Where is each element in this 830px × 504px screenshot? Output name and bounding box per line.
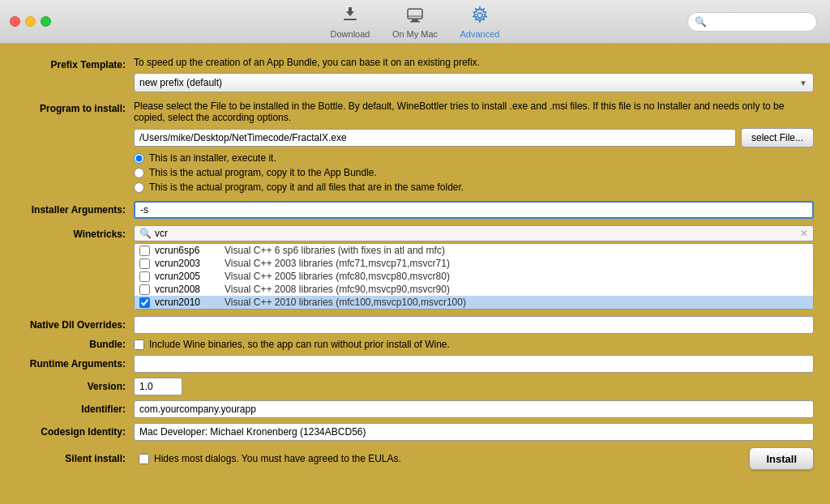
identifier-label: Identifier: [16, 404, 134, 415]
onmymac-icon [404, 4, 426, 27]
identifier-input[interactable] [134, 400, 814, 418]
runtime-args-label: Runtime Arguments: [16, 358, 134, 369]
search-input[interactable] [710, 16, 810, 28]
radio-copy[interactable]: This is the actual program, copy it to t… [134, 167, 814, 178]
program-install-row: Program to install: Please select the Fi… [16, 100, 814, 193]
identifier-row: Identifier: [16, 400, 814, 418]
traffic-lights [0, 16, 51, 27]
toolbar-tabs: Download On My Mac Advanced [318, 0, 512, 44]
bundle-checkbox-label[interactable]: Include Wine binaries, so the app can ru… [134, 339, 450, 350]
main-content: Prefix Template: To speed up the creatio… [0, 44, 830, 478]
prefix-template-label: Prefix Template: [16, 57, 134, 70]
version-row: Version: [16, 378, 814, 395]
svg-marker-1 [346, 7, 354, 16]
version-input[interactable] [134, 378, 182, 395]
winetricks-checkbox-vcrun2008[interactable] [139, 284, 150, 295]
winetricks-checkbox-vcrun2003[interactable] [139, 258, 150, 269]
version-label: Version: [16, 381, 134, 392]
tab-onmymac-label: On My Mac [392, 29, 438, 39]
program-install-content: Please select the File to be installed i… [134, 100, 814, 193]
silent-install-checkbox-label[interactable]: Hides most dialogs. You must have agreed… [139, 453, 401, 464]
winetricks-section: Winetricks: 🔍 ✕ vcrun6sp6 Visual C++ 6 s… [16, 225, 814, 310]
svg-rect-0 [344, 19, 357, 20]
silent-install-row: Silent install: Hides most dialogs. You … [16, 447, 814, 470]
prefix-template-row: Prefix Template: To speed up the creatio… [16, 57, 814, 92]
list-item[interactable]: vcrun2010 Visual C++ 2010 libraries (mfc… [135, 296, 813, 309]
svg-rect-4 [410, 21, 420, 23]
radio-copy-label: This is the actual program, copy it to t… [149, 167, 377, 178]
radio-copy-folder-label: This is the actual program, copy it and … [149, 182, 464, 193]
installer-args-row: Installer Arguments: [16, 201, 814, 219]
prefix-template-select-wrapper: new prefix (default) ▼ [134, 73, 814, 92]
radio-copy-folder-input[interactable] [134, 182, 144, 193]
installer-args-input[interactable] [134, 201, 814, 219]
silent-install-label: Silent install: [16, 453, 134, 464]
codesign-label: Codesign Identity: [16, 426, 134, 438]
close-button[interactable] [10, 16, 20, 27]
winetricks-content: 🔍 ✕ vcrun6sp6 Visual C++ 6 sp6 libraries… [134, 225, 814, 310]
native-dll-row: Native Dll Overrides: [16, 316, 814, 334]
winetricks-checkbox-vcrun2005[interactable] [139, 271, 150, 282]
silent-install-checkbox[interactable] [139, 454, 149, 464]
file-path-input[interactable] [134, 129, 736, 147]
svg-rect-2 [408, 9, 422, 19]
svg-rect-3 [412, 19, 418, 21]
bundle-checkbox-text: Include Wine binaries, so the app can ru… [149, 339, 450, 350]
native-dll-label: Native Dll Overrides: [16, 319, 134, 331]
tab-download-label: Download [331, 29, 370, 39]
prefix-template-content: To speed up the creation of an App Bundl… [134, 57, 814, 92]
svg-point-6 [477, 13, 482, 18]
winetricks-checkbox-vcrun6sp6[interactable] [139, 246, 150, 256]
list-item[interactable]: vcrun2003 Visual C++ 2003 libraries (mfc… [135, 257, 813, 270]
tab-advanced[interactable]: Advanced [447, 0, 512, 44]
bundle-label: Bundle: [16, 339, 134, 350]
search-icon: 🔍 [695, 16, 707, 28]
native-dll-input[interactable] [134, 316, 814, 334]
select-file-button[interactable]: select File... [741, 128, 814, 147]
tab-download[interactable]: Download [318, 0, 383, 44]
list-item[interactable]: vcrun2008 Visual C++ 2008 libraries (mfc… [135, 283, 813, 296]
tab-advanced-label: Advanced [460, 29, 500, 39]
search-box[interactable]: 🔍 [687, 12, 817, 32]
minimize-button[interactable] [25, 16, 36, 27]
prefix-template-desc: To speed up the creation of an App Bundl… [134, 57, 814, 68]
silent-install-text: Hides most dialogs. You must have agreed… [154, 453, 401, 464]
radio-group: This is an installer, execute it. This i… [134, 152, 814, 193]
list-item[interactable]: vcrun6sp6 Visual C++ 6 sp6 libraries (wi… [135, 244, 813, 257]
file-row: select File... [134, 128, 814, 147]
advanced-icon [468, 4, 491, 27]
winetricks-search-clear-icon[interactable]: ✕ [800, 228, 808, 239]
bundle-row: Bundle: Include Wine binaries, so the ap… [16, 339, 814, 350]
list-item[interactable]: vcrun2005 Visual C++ 2005 libraries (mfc… [135, 270, 813, 283]
codesign-row: Codesign Identity: [16, 423, 814, 441]
radio-installer-input[interactable] [134, 153, 144, 164]
winetricks-search-bar[interactable]: 🔍 ✕ [134, 225, 814, 241]
titlebar: Download On My Mac Advanced [0, 0, 830, 44]
runtime-args-row: Runtime Arguments: [16, 355, 814, 373]
bundle-checkbox[interactable] [134, 340, 144, 350]
winetricks-label: Winetricks: [16, 225, 134, 240]
runtime-args-input[interactable] [134, 355, 814, 373]
prefix-template-select[interactable]: new prefix (default) [134, 73, 814, 92]
program-install-label: Program to install: [16, 100, 134, 114]
winetricks-search-icon: 🔍 [139, 228, 152, 239]
codesign-input[interactable] [134, 423, 814, 441]
winetricks-search-input[interactable] [155, 228, 797, 239]
install-button[interactable]: Install [749, 447, 814, 470]
radio-installer[interactable]: This is an installer, execute it. [134, 152, 814, 164]
winetricks-checkbox-vcrun2010[interactable] [139, 297, 150, 308]
program-install-desc: Please select the File to be installed i… [134, 100, 814, 123]
download-icon [339, 4, 362, 27]
radio-copy-input[interactable] [134, 168, 144, 178]
installer-args-label: Installer Arguments: [16, 204, 134, 216]
winetricks-list: vcrun6sp6 Visual C++ 6 sp6 libraries (wi… [134, 243, 814, 310]
silent-install-left: Silent install: Hides most dialogs. You … [16, 453, 401, 464]
radio-copy-folder[interactable]: This is the actual program, copy it and … [134, 182, 814, 193]
radio-installer-label: This is an installer, execute it. [149, 152, 276, 164]
tab-onmymac[interactable]: On My Mac [383, 0, 447, 44]
maximize-button[interactable] [41, 16, 51, 27]
